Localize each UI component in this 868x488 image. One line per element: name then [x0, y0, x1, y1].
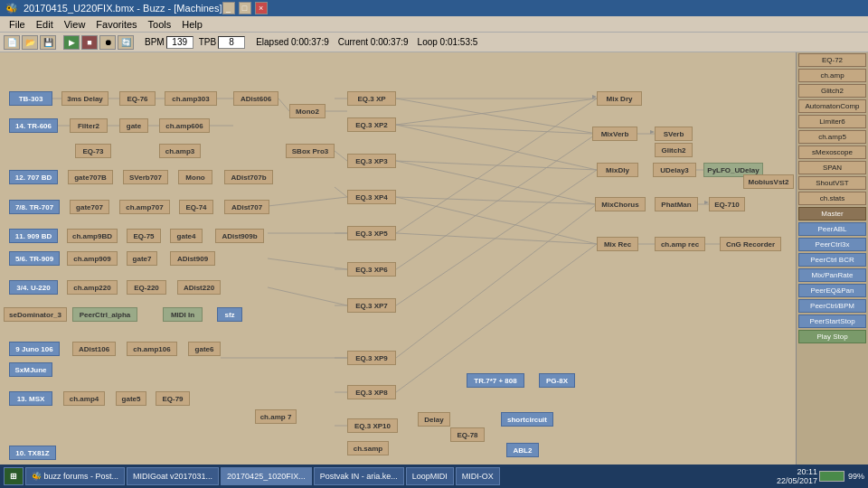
machine-mono[interactable]: Mono: [178, 170, 212, 184]
tpb-input[interactable]: [218, 36, 245, 49]
machine-eq3xp6[interactable]: EQ.3 XP6: [347, 262, 396, 277]
machine-eq74[interactable]: EQ-74: [179, 200, 213, 214]
machine-mixrec[interactable]: Mix Rec: [597, 237, 638, 251]
rpanel-peerabl[interactable]: PeerABL: [798, 222, 866, 236]
machine-sverb707[interactable]: SVerb707: [123, 170, 168, 184]
machine-tb303[interactable]: TB-303: [9, 91, 52, 106]
rpanel-master[interactable]: Master: [798, 207, 866, 221]
machine-champ9bd[interactable]: ch.amp9BD: [67, 229, 118, 243]
machine-peerctrla[interactable]: PeerCtrl_alpha: [72, 307, 137, 322]
machine-gate5[interactable]: gate5: [116, 391, 146, 406]
machine-eq710[interactable]: EQ-710: [709, 197, 745, 211]
rpanel-peerstartstop[interactable]: PeerStartStop: [798, 314, 866, 328]
loop-button[interactable]: 🔄: [118, 35, 134, 50]
machine-eq3xp10[interactable]: EQ.3 XP10: [347, 418, 398, 433]
machine-juno106[interactable]: 9 Juno 106: [9, 342, 60, 356]
machine-sedominator[interactable]: seDominator_3: [4, 307, 67, 322]
menu-favorites[interactable]: Favorites: [90, 18, 142, 31]
machine-sverb[interactable]: SVerb: [655, 127, 693, 141]
machine-adist606[interactable]: ADist606: [233, 91, 278, 106]
machine-gate6[interactable]: gate6: [188, 342, 221, 356]
machine-mono2[interactable]: Mono2: [289, 104, 326, 118]
machine-chsamp[interactable]: ch.samp: [347, 441, 389, 455]
machine-champ4[interactable]: ch.amp4: [63, 391, 105, 406]
machine-msx[interactable]: 13. MSX: [9, 391, 52, 406]
machine-adist909[interactable]: ADist909: [170, 251, 215, 266]
minimize-button[interactable]: _: [222, 2, 235, 14]
machine-tr909[interactable]: 5/6. TR-909: [9, 251, 60, 266]
save-button[interactable]: 💾: [40, 35, 56, 50]
machine-3msdelay[interactable]: 3ms Delay: [61, 91, 108, 106]
machine-mixdly[interactable]: MixDly: [597, 163, 638, 177]
bpm-input[interactable]: [166, 36, 193, 49]
play-button[interactable]: ▶: [63, 35, 80, 50]
close-button[interactable]: ×: [255, 2, 268, 14]
new-button[interactable]: 📄: [4, 35, 20, 50]
machine-eq3xp3[interactable]: EQ.3 XP3: [347, 154, 396, 168]
menu-help[interactable]: Help: [176, 18, 208, 31]
machine-eq220[interactable]: EQ-220: [127, 280, 166, 295]
machine-tr909bd[interactable]: 11. 909 BD: [9, 229, 58, 243]
taskbar-postvak[interactable]: Postvak IN - aria.ke...: [314, 467, 404, 485]
machine-champ7[interactable]: ch.amp 7: [255, 409, 297, 424]
machine-shortcircuit[interactable]: shortcircuit: [501, 412, 553, 427]
machine-abl2[interactable]: ABL2: [506, 443, 539, 457]
machine-eq3xp2[interactable]: EQ.3 XP2: [347, 117, 396, 132]
machine-adist220[interactable]: ADist220: [177, 280, 221, 295]
machine-gate4[interactable]: gate4: [170, 229, 203, 243]
machine-tr77p808[interactable]: TR.7*7 + 808: [467, 373, 524, 388]
machine-sxmjune[interactable]: SxMJune: [9, 362, 52, 377]
machine-delay[interactable]: Delay: [418, 412, 450, 427]
rpanel-peerctrl-bcr[interactable]: PeerCtrl BCR: [798, 253, 866, 267]
machine-sboxpro3[interactable]: SBox Pro3: [286, 144, 335, 158]
machine-gate707[interactable]: gate707: [70, 200, 109, 214]
machine-u220[interactable]: 3/4. U-220: [9, 280, 58, 295]
rpanel-ch-stats[interactable]: ch.stats: [798, 192, 866, 205]
machines-canvas[interactable]: TB-3033ms DelayEQ-76ch.amp30314. TR-606F…: [0, 52, 796, 472]
machine-mobiusvst2[interactable]: MobiusVst2: [743, 174, 794, 189]
menu-tools[interactable]: Tools: [143, 18, 177, 31]
rpanel-shoutvst[interactable]: ShoutVST: [798, 176, 866, 190]
menu-view[interactable]: View: [59, 18, 91, 31]
machine-eq79[interactable]: EQ-79: [156, 391, 190, 406]
machine-champ707[interactable]: ch.amp707: [119, 200, 170, 214]
record-button[interactable]: ⏺: [99, 35, 116, 50]
taskbar-midi-goat[interactable]: MIDIGoat v2017031...: [127, 467, 219, 485]
rpanel-glitch2[interactable]: Glitch2: [798, 84, 866, 98]
machine-glitch2label[interactable]: Glitch2: [655, 143, 693, 157]
machine-champ106[interactable]: ch.amp106: [127, 342, 177, 356]
rpanel-eq-72[interactable]: EQ-72: [798, 53, 866, 67]
rpanel-span[interactable]: SPAN: [798, 161, 866, 174]
rpanel-peerctrl3x[interactable]: PeerCtrl3x: [798, 238, 866, 251]
machine-filter2[interactable]: Filter2: [70, 118, 108, 133]
rpanel-smexoscope[interactable]: sMexoscope: [798, 145, 866, 159]
machine-eq76[interactable]: EQ-76: [119, 91, 156, 106]
machine-pg8x[interactable]: PG-8X: [539, 373, 575, 388]
rpanel-peereq-pan[interactable]: PeerEQ&Pan: [798, 284, 866, 297]
machine-champrec[interactable]: ch.amp rec: [655, 237, 705, 251]
menu-file[interactable]: File: [4, 18, 31, 31]
machine-eq78[interactable]: EQ-78: [450, 427, 485, 442]
machine-tr606[interactable]: 14. TR-606: [9, 118, 58, 133]
machine-phatman[interactable]: PhatMan: [655, 197, 698, 211]
machine-tx81z[interactable]: 10. TX81Z: [9, 446, 56, 460]
machine-gate707b[interactable]: gate707B: [68, 170, 113, 184]
machine-eq3xp[interactable]: EQ.3 XP: [347, 91, 396, 106]
start-button[interactable]: ⊞: [4, 467, 24, 485]
machine-udelay3[interactable]: UDelay3: [653, 163, 696, 177]
machine-champ606[interactable]: ch.amp606: [159, 118, 210, 133]
machine-sfz[interactable]: sfz: [217, 307, 242, 322]
machine-champ909[interactable]: ch.amp909: [67, 251, 118, 266]
stop-button[interactable]: ■: [81, 35, 98, 50]
machine-champ3[interactable]: ch.amp3: [159, 144, 201, 158]
menu-edit[interactable]: Edit: [31, 18, 59, 31]
rpanel-peerctrl-bpm[interactable]: PeerCtrl/BPM: [798, 299, 866, 313]
machine-eq3xp9[interactable]: EQ.3 XP9: [347, 351, 396, 365]
machine-gate7[interactable]: gate7: [127, 251, 157, 266]
machine-eq75[interactable]: EQ-75: [127, 229, 161, 243]
machine-tr707[interactable]: 7/8. TR-707: [9, 200, 60, 214]
machine-adist106[interactable]: ADist106: [72, 342, 116, 356]
rpanel-play-stop[interactable]: Play Stop: [798, 330, 866, 343]
machine-cngrecorder[interactable]: CnG Recorder: [720, 237, 781, 251]
machine-eq3xp5[interactable]: EQ.3 XP5: [347, 226, 396, 240]
